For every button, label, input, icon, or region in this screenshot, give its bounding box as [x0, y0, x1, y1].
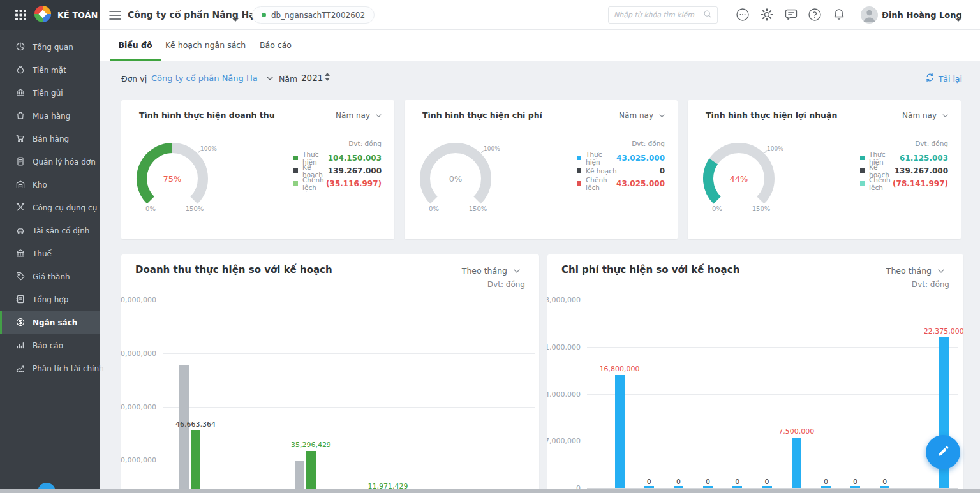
legend-label: Chênh lệch	[302, 176, 326, 191]
user-avatar[interactable]	[861, 6, 878, 24]
sidebar-item-cong-cu-dung-cu[interactable]: Công cụ dụng cụ	[0, 196, 100, 219]
app-title: KẾ TOÁN	[57, 10, 98, 20]
unit-note: Đvt: đồng	[915, 140, 948, 147]
edit-fab-button[interactable]	[926, 435, 960, 469]
app-root: KẾ TOÁN Tổng quan Tiền mặt Tiền gửi Mua …	[0, 0, 980, 493]
period-select[interactable]: Theo tháng	[886, 266, 944, 276]
sidebar-item-bao-cao[interactable]: Báo cáo	[0, 334, 100, 357]
bar-value-label: 0	[850, 478, 920, 486]
gridline	[163, 407, 535, 408]
tab-bieu-do[interactable]: Biểu đồ	[110, 30, 161, 61]
legend-row: Chênh lệch43.025.000	[577, 179, 665, 188]
y-axis-tick-label: 120,000,000	[121, 296, 156, 304]
year-filter-value[interactable]: 2021	[301, 73, 323, 83]
sidebar-item-quan-ly-hoa-don[interactable]: Quản lý hóa đơn	[0, 151, 100, 173]
sidebar-nav: Tổng quan Tiền mặt Tiền gửi Mua hàng Bán…	[0, 30, 100, 380]
stepper-down-icon[interactable]	[325, 78, 330, 81]
card-doanh-thu: Tình hình thực hiện doanh thu Năm nay Đv…	[121, 100, 394, 239]
chevron-down-icon	[938, 266, 944, 276]
year-stepper[interactable]	[325, 73, 330, 81]
bar-thực-hiện	[732, 486, 742, 488]
app-launcher-grid-icon[interactable]	[13, 8, 28, 23]
legend-row: Kế hoạch0	[577, 166, 665, 175]
sidebar-item-tien-mat[interactable]: Tiền mặt	[0, 59, 100, 82]
legend-row: Thực hiện43.025.000	[577, 154, 665, 162]
gauge-legend: Thực hiện61.125.003Kế hoạch139.267.000Ch…	[860, 154, 948, 192]
tab-bao-cao[interactable]: Báo cáo	[250, 30, 301, 61]
database-badge[interactable]: db_ngansachTT2002602	[252, 6, 375, 24]
chart-card-chi-phi: 28,000,00021,000,00014,000,0007,000,0000…	[547, 254, 963, 493]
svg-text:100%: 100%	[484, 145, 500, 152]
bar-thực-hiện	[644, 486, 654, 488]
legend-value: 104.150.003	[328, 154, 382, 163]
sidebar-item-phan-tich-tai-chinh[interactable]: Phân tích tài chính	[0, 357, 100, 380]
card-loi-nhuan: Tình hình thực hiện lợi nhuận Năm nay Đv…	[688, 100, 961, 239]
bar-value-label: 16,800,000	[584, 365, 655, 373]
card-title: Tình hình thực hiện chi phí	[422, 110, 542, 120]
legend-label: Kế hoạch	[586, 167, 617, 175]
legend-row: Thực hiện104.150.003	[293, 154, 382, 162]
legend-swatch-icon	[293, 168, 298, 173]
gauge-legend: Thực hiện104.150.003Kế hoạch139.267.000C…	[293, 154, 382, 192]
user-menu-chevron-icon[interactable]	[955, 13, 961, 25]
help-icon[interactable]	[807, 7, 822, 22]
sidebar-item-tai-san-co-dinh[interactable]: Tài sản cố định	[0, 219, 100, 242]
legend-value: 139.267.000	[328, 166, 382, 175]
period-select[interactable]: Năm nay	[902, 111, 948, 120]
y-axis-tick-label: 60,000,000	[121, 403, 156, 411]
hamburger-menu-icon[interactable]	[107, 8, 122, 23]
feedback-chat-icon[interactable]	[783, 7, 799, 22]
unit-filter-select[interactable]: Công ty cổ phần Nắng Hạ	[151, 73, 273, 83]
chevron-down-icon	[376, 111, 382, 120]
legend-swatch-icon	[293, 156, 298, 160]
chevron-down-icon	[942, 111, 948, 120]
period-select[interactable]: Năm nay	[336, 111, 382, 120]
bar-thực-hiện	[821, 486, 831, 488]
search-box	[608, 6, 718, 24]
svg-text:0%: 0%	[712, 205, 722, 212]
bar-thực-hiện	[191, 430, 200, 493]
svg-text:100%: 100%	[767, 145, 783, 152]
warehouse-icon	[15, 179, 26, 191]
search-input[interactable]	[614, 11, 703, 19]
search-icon[interactable]	[703, 9, 712, 21]
notifications-bell-icon[interactable]	[831, 7, 847, 22]
sidebar-item-tien-gui[interactable]: Tiền gửi	[0, 82, 100, 105]
sidebar-item-tong-quan[interactable]: Tổng quan	[0, 36, 100, 59]
sidebar-item-mua-hang[interactable]: Mua hàng	[0, 105, 100, 128]
legend-value: 43.025.000	[616, 179, 665, 188]
settings-gear-icon[interactable]	[759, 7, 775, 22]
sidebar-item-tong-hop[interactable]: Tổng hợp	[0, 288, 100, 311]
bar-thực-hiện	[674, 486, 683, 488]
stepper-up-icon[interactable]	[325, 73, 330, 76]
legend-swatch-icon	[577, 168, 581, 173]
bottom-scrollbar-strip[interactable]	[0, 489, 980, 493]
reload-button[interactable]: Tải lại	[925, 73, 962, 84]
bar-chart-doanh-thu: 120,000,00090,000,00060,000,00030,000,00…	[121, 254, 539, 493]
gridline	[587, 300, 958, 300]
sidebar-item-ngan-sach[interactable]: Ngân sách	[0, 311, 100, 334]
period-select[interactable]: Năm nay	[619, 111, 665, 120]
gridline	[587, 488, 958, 489]
tab-ke-hoach-ngan-sach[interactable]: Kế hoạch ngân sách	[163, 30, 248, 61]
unit-filter-label: Đơn vị	[121, 74, 147, 84]
bar-thực-hiện	[703, 486, 713, 488]
sidebar-item-gia-thanh[interactable]: Giá thành	[0, 265, 100, 288]
shopping-cart-icon	[15, 133, 26, 145]
svg-text:75%: 75%	[163, 174, 182, 184]
y-axis-tick-label: 90,000,000	[121, 350, 156, 358]
price-tag-icon	[15, 271, 26, 283]
user-name[interactable]: Đinh Hoàng Long	[882, 10, 962, 20]
database-status-dot-icon	[262, 13, 266, 17]
refresh-icon	[925, 73, 935, 84]
card-chi-phi: Tình hình thực hiện chi phí Năm nay Đvt:…	[405, 100, 678, 239]
svg-text:150%: 150%	[469, 205, 487, 212]
finance-trend-icon	[15, 363, 26, 375]
chevron-down-icon[interactable]	[232, 13, 239, 25]
period-select[interactable]: Theo tháng	[462, 266, 520, 276]
more-options-icon[interactable]	[735, 7, 750, 22]
sidebar-item-kho[interactable]: Kho	[0, 173, 100, 196]
sidebar-item-ban-hang[interactable]: Bán hàng	[0, 128, 100, 151]
sidebar-item-thue[interactable]: Thuế	[0, 242, 100, 265]
shopping-bag-icon	[15, 110, 26, 122]
